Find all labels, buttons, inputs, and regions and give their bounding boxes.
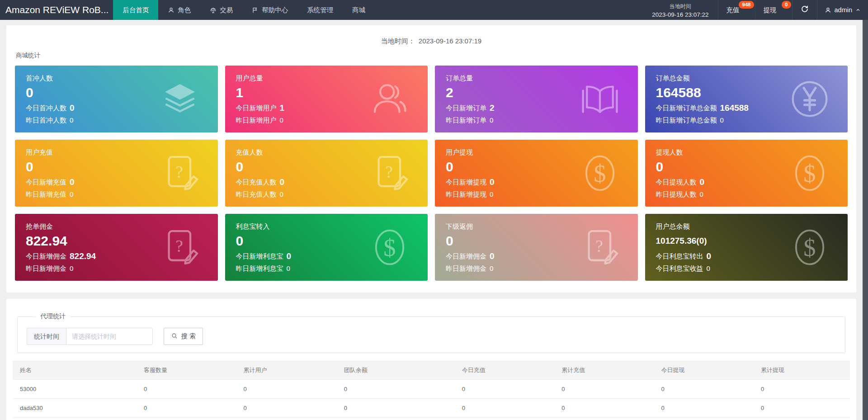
today-label: 今日新增佣金 [26, 252, 66, 260]
today-value: 0 [490, 251, 495, 261]
menu-item-6[interactable]: 商城 [343, 0, 375, 20]
today-value: 822.94 [70, 251, 96, 261]
svg-text:?: ? [175, 163, 183, 181]
table-cell: dada530 [13, 399, 137, 418]
dollar-circle-icon: $ [789, 152, 830, 194]
table-cell: 0 [337, 380, 455, 399]
today-label: 今日首冲人数 [26, 104, 66, 112]
menu-item-4[interactable]: 帮助中心 [242, 0, 297, 20]
menu-item-2[interactable]: 角色 [158, 0, 200, 20]
yen-circle-icon [789, 78, 830, 120]
today-label: 今日新增佣金 [446, 252, 486, 260]
table-cell: 0 [455, 418, 554, 420]
today-value: 0 [287, 251, 292, 261]
today-label: 今日利息宝转出 [656, 252, 703, 260]
dollar-circle-icon: $ [579, 152, 621, 194]
svg-text:$: $ [383, 234, 396, 261]
navbar-menu: 后台首页角色交易帮助中心系统管理商城 [113, 0, 375, 20]
table-cell: 0 [236, 399, 336, 418]
table-header-cell: 客服数量 [137, 361, 236, 380]
table-header-cell: 累计充值 [554, 361, 654, 380]
table-cell: 0 [236, 418, 336, 420]
today-label: 今日提现人数 [656, 178, 697, 186]
today-label: 今日新增用户 [236, 104, 277, 112]
menu-item-label: 角色 [178, 6, 191, 14]
app-logo: Amazon REViEW RoB... [0, 0, 113, 20]
today-value: 0 [707, 251, 712, 261]
book-icon [579, 78, 621, 120]
table-cell: 0 [654, 399, 754, 418]
menu-item-5[interactable]: 系统管理 [297, 0, 343, 20]
yesterday-label: 昨日新增佣金 [446, 264, 486, 272]
file-edit-icon: ? [579, 227, 621, 268]
yesterday-value: 0 [700, 190, 703, 198]
agent-fieldset: 代理统计 统计时间 搜 索 [17, 312, 845, 353]
yesterday-label: 昨日首冲人数 [26, 116, 66, 124]
chevron-up-icon [855, 7, 861, 13]
recharge-link[interactable]: 充值 948 [718, 0, 755, 20]
stat-card-3: 订单总量2今日新增订单2昨日新增订单0 [435, 66, 638, 132]
table-header-cell: 今日提现 [654, 361, 754, 380]
yesterday-value: 0 [490, 190, 493, 198]
table-header-cell: 团队余额 [337, 361, 455, 380]
navbar-time-label: 当地时间 [652, 3, 708, 10]
stat-time-input[interactable] [66, 328, 153, 345]
scales-icon [210, 7, 217, 14]
svg-text:?: ? [175, 237, 183, 255]
agent-legend: 代理统计 [36, 312, 70, 321]
yesterday-value: 0 [490, 264, 493, 272]
svg-text:?: ? [595, 237, 603, 255]
stat-card-4: 订单总金额164588今日新增订单总金额164588昨日新增订单总金额0 [645, 66, 848, 132]
table-cell: 0 [337, 418, 455, 420]
yesterday-value: 0 [720, 116, 724, 124]
table-cell: 0 [754, 380, 850, 399]
yesterday-label: 今日利息宝收益 [656, 264, 703, 272]
table-header-cell: 累计提现 [754, 361, 850, 380]
navbar-right: 当地时间 2023-09-16 23:07:22 充值 948 提现 0 adm… [643, 0, 868, 20]
today-label: 今日新增订单 [446, 104, 486, 112]
yesterday-label: 昨日充值人数 [236, 190, 277, 198]
stat-card-2: 用户总量1今日新增用户1昨日新增用户0 [225, 66, 428, 132]
stat-card-9: 抢单佣金822.94今日新增佣金822.94昨日新增佣金0? [15, 214, 218, 281]
table-cell: 0 [654, 418, 754, 420]
dollar-circle-icon: $ [369, 227, 410, 268]
table-cell: 0 [554, 418, 654, 420]
menu-item-label: 系统管理 [307, 6, 333, 14]
today-label: 今日新增充值 [26, 178, 66, 186]
yesterday-label: 昨日新增订单总金额 [656, 116, 717, 124]
menu-item-1[interactable]: 后台首页 [113, 0, 158, 20]
file-edit-icon: ? [159, 227, 201, 268]
table-cell: 0 [654, 380, 754, 399]
today-label: 今日新增提现 [446, 178, 486, 186]
yesterday-label: 昨日新增佣金 [26, 264, 66, 272]
page-content: 当地时间：2023-09-16 23:07:19 商城统计 首冲人数0今日首冲人… [0, 20, 863, 420]
svg-text:$: $ [803, 234, 816, 261]
recharge-label: 充值 [726, 6, 740, 14]
yesterday-value: 0 [490, 116, 493, 124]
table-cell: 0 [754, 418, 850, 420]
withdraw-label: 提现 [764, 6, 777, 14]
recharge-badge: 948 [739, 1, 754, 9]
table-row: dada5300000000 [13, 399, 850, 418]
table-cell: 0 [455, 399, 554, 418]
vertical-scrollbar[interactable] [863, 20, 868, 420]
table-cell: 0 [236, 380, 336, 399]
today-label: 今日新增订单总金额 [656, 104, 717, 112]
table-header-cell: 姓名 [13, 361, 137, 380]
yesterday-value: 0 [707, 264, 710, 272]
today-value: 0 [700, 177, 705, 187]
agent-panel: 代理统计 统计时间 搜 索 姓名客服数量累计用户团队余额今日充值累计充值今日提现… [6, 299, 856, 420]
user-menu[interactable]: admin [817, 6, 868, 14]
yesterday-value: 0 [70, 190, 73, 198]
search-button[interactable]: 搜 索 [164, 328, 203, 345]
table-cell: 0 [554, 399, 654, 418]
yesterday-label: 昨日新增订单 [446, 116, 486, 124]
person-icon [168, 7, 175, 14]
stat-card-11: 下级返佣0今日新增佣金0昨日新增佣金0? [435, 214, 638, 281]
menu-item-3[interactable]: 交易 [200, 0, 242, 20]
withdraw-link[interactable]: 提现 0 [755, 0, 792, 20]
refresh-button[interactable] [793, 5, 817, 15]
today-value: 0 [70, 177, 75, 187]
svg-text:?: ? [385, 163, 393, 181]
table-cell: 0 [137, 399, 236, 418]
